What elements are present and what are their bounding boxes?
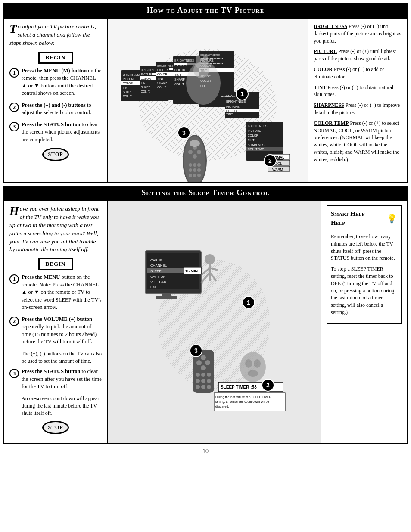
svg-point-85	[193, 174, 196, 177]
note-color: COLOR Press (-) or (+) to add or elimina…	[314, 66, 402, 81]
note-picture: PICTURE Press (-) or (+) until lightest …	[314, 48, 402, 62]
svg-text:BRIGHTNESS: BRIGHTNESS	[226, 100, 246, 103]
step1-3: 3 Press the STATUS button to clear the s…	[9, 121, 102, 144]
svg-text:TINT: TINT	[248, 139, 255, 142]
svg-text:SLEEP TIMER :58: SLEEP TIMER :58	[221, 385, 257, 389]
note-tint: TINT Press (-) or (+) to obtain natural …	[314, 84, 402, 99]
svg-text:SHARPNESS: SHARPNESS	[248, 143, 267, 146]
smart-help-label-help: Help	[331, 218, 364, 227]
dropcap1: T	[9, 23, 17, 35]
svg-text:2: 2	[268, 157, 272, 164]
svg-point-130	[201, 385, 206, 389]
svg-point-82	[193, 168, 196, 172]
svg-text:TINT: TINT	[157, 77, 163, 80]
step2-3-circle: 3	[9, 369, 19, 378]
svg-point-112	[205, 254, 215, 264]
section1-notes: BRIGHTNESS Press (-) or (+) until darkes…	[308, 19, 407, 182]
begin-btn-1: BEGIN	[38, 52, 73, 64]
svg-point-128	[207, 379, 211, 383]
note-sharpness-label: SHARPNESS	[314, 102, 344, 108]
section1-intro: To adjust your TV picture controls, sele…	[9, 23, 102, 47]
page-wrapper: How to Adjust the TV Picture To adjust y…	[0, 0, 411, 460]
svg-text:SLEEP: SLEEP	[150, 269, 162, 273]
svg-text:BRIGHTNESS: BRIGHTNESS	[200, 54, 220, 57]
section2-svg: CABLE CHANNEL SLEEP CAPTION VOL. BAR EXI…	[132, 229, 296, 414]
svg-text:■■■■■■■ ●●●●●●: ■■■■■■■ ●●●●●●	[221, 95, 238, 97]
step2-2-text: Press the VOLUME (+) button repeatedly t…	[22, 316, 102, 346]
svg-text:COLOR: COLOR	[123, 82, 133, 85]
svg-point-126	[196, 379, 200, 383]
svg-text:TINT: TINT	[141, 81, 147, 84]
step2-1-text: Press the MENU button on the remote. Not…	[22, 274, 102, 311]
svg-point-129	[196, 385, 200, 389]
svg-text:displayed.: displayed.	[215, 405, 229, 408]
svg-text:15 MIN: 15 MIN	[185, 269, 198, 273]
step2-2-circle: 2	[9, 317, 19, 326]
smart-help-box: Smart Help Help 💡 Remember, to see how m…	[327, 205, 402, 324]
note-brightness: BRIGHTNESS Press (-) or (+) until darkes…	[314, 23, 402, 44]
svg-text:1: 1	[240, 90, 244, 97]
svg-point-83	[197, 168, 201, 172]
svg-rect-111	[156, 296, 177, 299]
section2-intro-text: ave you ever fallen asleep in front of t…	[9, 205, 99, 252]
svg-point-86	[197, 174, 201, 177]
svg-point-84	[189, 174, 192, 177]
svg-point-122	[201, 365, 206, 370]
step1-2-text: Press the (+) and (-) buttons to adjust …	[22, 102, 102, 117]
svg-rect-38	[174, 63, 187, 65]
svg-text:PICTURE: PICTURE	[123, 78, 135, 81]
svg-text:COLOR: COLOR	[141, 77, 151, 80]
svg-point-124	[201, 373, 206, 377]
svg-text:3: 3	[194, 347, 198, 354]
svg-point-134	[254, 359, 261, 368]
svg-text:CAPTION: CAPTION	[150, 275, 166, 279]
svg-point-96	[196, 55, 201, 68]
section1-body: To adjust your TV picture controls, sele…	[3, 18, 408, 183]
svg-text:BRIGHTNESS: BRIGHTNESS	[248, 124, 268, 128]
section1-image: BRIGHTNESS PICTURE COLOR TINT SHARP COL.…	[108, 19, 308, 182]
svg-text:PICTURE: PICTURE	[248, 129, 261, 132]
svg-text:During the last minute of a SL: During the last minute of a SLEEP TIMER	[215, 395, 271, 399]
svg-point-80	[197, 163, 201, 167]
step2-1: 1 Press the MENU button on the remote. N…	[9, 274, 102, 311]
svg-text:COLOR: COLOR	[226, 109, 237, 112]
step1-2: 2 Press the (+) and (-) buttons to adjus…	[9, 102, 102, 117]
svg-text:COLOR: COLOR	[157, 73, 167, 76]
svg-point-119	[196, 360, 202, 365]
page-number: 10	[3, 446, 408, 457]
svg-text:COL. T.: COL. T.	[141, 90, 150, 93]
svg-text:TINT: TINT	[174, 73, 181, 76]
svg-point-127	[201, 379, 206, 383]
step2-1-circle: 1	[9, 274, 19, 284]
stop-btn-1: STOP	[42, 148, 68, 161]
step2-3-text: Press the STATUS button to clear the scr…	[22, 368, 102, 391]
svg-text:2: 2	[266, 382, 270, 389]
extra-text-1: The (+), (-) buttons on the TV can also …	[22, 350, 102, 365]
svg-text:SHARP: SHARP	[141, 86, 150, 89]
section2-header: Setting the Sleep Timer Control	[3, 186, 408, 200]
svg-point-132	[240, 352, 266, 382]
note-colortemp-label: COLOR TEMP	[314, 120, 349, 126]
svg-text:SHARP: SHARP	[157, 81, 167, 84]
smart-help-label-smart: Smart Help	[331, 209, 364, 218]
smart-help-text1: Remember, to see how many minutes are le…	[331, 233, 397, 262]
svg-point-77	[193, 154, 197, 159]
svg-text:WARM: WARM	[272, 168, 283, 171]
svg-text:3: 3	[182, 129, 186, 136]
begin-btn-2: BEGIN	[38, 258, 73, 270]
note-tint-label: TINT	[314, 84, 326, 90]
section2-body: Have you ever fallen asleep in front of …	[3, 200, 408, 444]
svg-point-131	[207, 385, 211, 389]
section2-image: CABLE CHANNEL SLEEP CAPTION VOL. BAR EXI…	[108, 201, 321, 443]
svg-point-121	[201, 355, 206, 360]
extra-text-2: An on-screen count down will appear duri…	[22, 395, 102, 417]
stop-btn-2: STOP	[42, 421, 68, 434]
svg-point-120	[205, 360, 210, 365]
section2-smart-help: Smart Help Help 💡 Remember, to see how m…	[321, 201, 407, 443]
step1-3-circle: 3	[9, 122, 19, 131]
svg-text:1: 1	[247, 299, 250, 306]
lightbulb-icon: 💡	[386, 212, 397, 224]
step2-2: 2 Press the VOLUME (+) button repeatedly…	[9, 316, 102, 346]
svg-text:COLOR: COLOR	[174, 68, 185, 72]
svg-text:EXIT: EXIT	[150, 285, 158, 289]
